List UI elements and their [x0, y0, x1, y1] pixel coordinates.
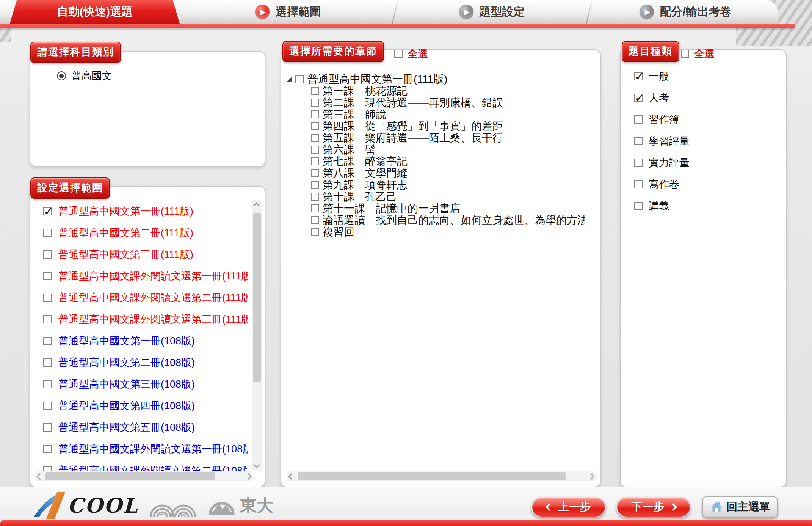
red-divider-strip — [0, 24, 795, 28]
chapter-item[interactable]: 第十課 孔乙己 — [311, 191, 585, 203]
subject-option[interactable]: 普高國文 — [57, 68, 112, 83]
checkbox-icon[interactable] — [634, 202, 643, 210]
textbook-item[interactable]: 普通型高中國文第三冊(111版) — [43, 243, 248, 265]
checkbox-icon[interactable] — [43, 294, 52, 302]
expand-triangle-icon[interactable] — [287, 77, 292, 82]
textbook-item[interactable]: 普通型高中國文第一冊(108版) — [43, 330, 248, 352]
horizontal-scrollbar[interactable] — [35, 471, 253, 481]
question-type-list: 一般 大考 習作簿 學習評量 實力評量 寫作卷 — [634, 65, 690, 217]
scrollbar-thumb[interactable] — [45, 472, 215, 480]
checkbox-icon[interactable] — [311, 204, 319, 212]
textbook-item[interactable]: 普通型高中國文第四冊(108版) — [43, 395, 248, 416]
radio-icon[interactable] — [57, 71, 66, 80]
checkbox-icon[interactable] — [311, 193, 319, 201]
checkbox-icon[interactable] — [311, 134, 319, 142]
textbook-item[interactable]: 普通型高中國文第二冊(111版) — [43, 222, 248, 243]
chapter-item[interactable]: 第十一課 記憶中的一爿書店 — [311, 203, 585, 214]
textbook-item[interactable]: 普通型高中國文課外閱讀文選第三冊(111版) — [43, 308, 248, 330]
chapter-item[interactable]: 第五課 樂府詩選——陌上桑、長干行 — [311, 132, 585, 144]
back-to-main-menu-button[interactable]: 回主選單 — [702, 496, 778, 518]
checkbox-icon[interactable] — [311, 169, 319, 177]
question-type-item[interactable]: 實力評量 — [634, 152, 690, 173]
tab-score-output[interactable]: 配分/輸出考卷 — [591, 0, 780, 24]
question-type-item[interactable]: 大考 — [634, 87, 690, 108]
select-all-checkbox[interactable] — [394, 50, 403, 58]
checkbox-icon[interactable] — [43, 315, 52, 323]
checkbox-icon[interactable] — [43, 402, 52, 410]
tab-select-range[interactable]: 選擇範圍 — [183, 0, 393, 24]
checkbox-icon[interactable] — [43, 445, 52, 453]
chapters-select-all[interactable]: 全選 — [394, 47, 428, 61]
chapter-item[interactable]: 第七課 醉翁亭記 — [311, 155, 585, 167]
scroll-right-icon[interactable] — [587, 473, 594, 480]
checkbox-icon[interactable] — [311, 99, 319, 107]
scrollbar-thumb[interactable] — [298, 472, 566, 480]
textbook-label: 普通型高中國文第三冊(111版) — [58, 248, 193, 261]
checkbox-icon[interactable] — [634, 180, 643, 188]
textbook-item[interactable]: 普通型高中國文課外閱讀文選第一冊(108版) — [43, 438, 248, 460]
chapter-item[interactable]: 第六課 髻 — [311, 144, 585, 155]
checkbox-icon[interactable] — [634, 137, 643, 145]
checkbox-icon[interactable] — [634, 159, 643, 167]
horizontal-scrollbar[interactable] — [287, 471, 596, 481]
chapter-item[interactable]: 第四課 從「感覺」到「事實」的差距 — [311, 120, 585, 132]
tab-question-type-setting[interactable]: 題型設定 — [396, 0, 588, 24]
checkbox-icon[interactable] — [311, 110, 319, 118]
checkbox-icon[interactable] — [311, 228, 319, 236]
chapter-item[interactable]: 第八課 文學門縫 — [311, 167, 585, 179]
checkbox-icon[interactable] — [634, 94, 643, 102]
previous-step-button[interactable]: 上一步 — [531, 497, 606, 517]
chapter-item[interactable]: 複習回 — [311, 226, 585, 238]
types-select-all[interactable]: 全選 — [681, 47, 715, 61]
checkbox-icon[interactable] — [43, 358, 52, 367]
checkbox-icon[interactable] — [311, 216, 319, 224]
checkbox-icon[interactable] — [311, 157, 319, 165]
tree-root-label: 普通型高中國文第一冊(111版) — [307, 72, 447, 86]
tree-root-item[interactable]: 普通型高中國文第一冊(111版) — [287, 72, 447, 86]
scroll-left-icon[interactable] — [288, 473, 295, 480]
textbook-item[interactable]: 普通型高中國文第一冊(111版) — [43, 200, 248, 222]
scroll-down-icon[interactable] — [253, 461, 260, 468]
checkbox-icon[interactable] — [43, 229, 52, 237]
textbook-item[interactable]: 普通型高中國文第三冊(108版) — [43, 373, 248, 395]
question-type-item[interactable]: 一般 — [634, 65, 690, 87]
checkbox-icon[interactable] — [634, 115, 643, 124]
next-step-button[interactable]: 下一步 — [616, 497, 691, 517]
checkbox-icon[interactable] — [43, 272, 52, 280]
select-all-checkbox[interactable] — [681, 50, 689, 58]
textbook-item[interactable]: 普通型高中國文課外閱讀文選第二冊(111版) — [43, 287, 248, 308]
checkbox-icon[interactable] — [43, 337, 52, 345]
checkbox-icon[interactable] — [43, 423, 52, 432]
question-type-item[interactable]: 習作簿 — [634, 108, 690, 130]
checkbox-icon[interactable] — [311, 122, 319, 130]
chapter-item[interactable]: 第二課 現代詩選——再別康橋、錯誤 — [311, 97, 585, 108]
textbook-item[interactable]: 普通型高中國文課外閱讀文選第一冊(111版) — [43, 265, 248, 287]
checkbox-icon[interactable] — [43, 207, 52, 215]
question-type-item[interactable]: 講義 — [634, 195, 690, 217]
question-type-item[interactable]: 學習評量 — [634, 130, 690, 152]
textbook-item[interactable]: 普通型高中國文第二冊(108版) — [43, 352, 248, 373]
chapter-item[interactable]: 第一課 桃花源記 — [311, 85, 585, 97]
vertical-scrollbar[interactable] — [252, 200, 262, 470]
scroll-left-icon[interactable] — [36, 473, 43, 480]
cool-logo-text: COOL — [67, 493, 138, 518]
tab-label: 自動(快速)選題 — [57, 4, 133, 20]
chapter-item[interactable]: 第三課 師說 — [311, 108, 585, 120]
checkbox-icon[interactable] — [634, 72, 643, 80]
chapters-panel: 普通型高中國文第一冊(111版) 第一課 桃花源記 第二課 現代詩選——再別康橋… — [281, 49, 601, 487]
scroll-right-icon[interactable] — [245, 473, 251, 480]
question-type-item[interactable]: 寫作卷 — [634, 173, 690, 195]
textbook-item[interactable]: 普通型高中國文第五冊(108版) — [43, 416, 248, 438]
checkbox-icon[interactable] — [43, 250, 52, 259]
checkbox-icon[interactable] — [295, 75, 304, 83]
checkbox-icon[interactable] — [311, 146, 319, 154]
textbook-item[interactable]: 普通型高中國文課外閱讀文選第二冊(108版) — [43, 460, 248, 473]
checkbox-icon[interactable] — [43, 380, 52, 388]
chapter-item[interactable]: 第九課 項脊軒志 — [311, 179, 585, 191]
checkbox-icon[interactable] — [311, 87, 319, 95]
tab-auto-quick-select[interactable]: 自動(快速)選題 — [10, 0, 180, 24]
scrollbar-thumb[interactable] — [253, 213, 261, 382]
chapter-item[interactable]: 論語選讀 找到自己的志向、如何立身處世、為學的方法 — [311, 214, 585, 226]
checkbox-icon[interactable] — [311, 181, 319, 189]
scroll-up-icon[interactable] — [253, 202, 260, 209]
